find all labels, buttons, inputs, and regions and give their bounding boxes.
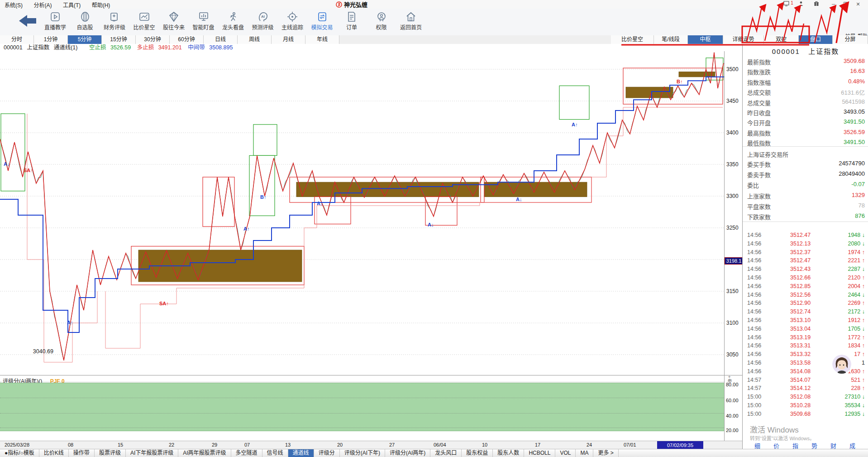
assistant-avatar[interactable] [832, 355, 851, 374]
toolbar-perm-button[interactable]: 权限 [367, 11, 396, 31]
pane-divider[interactable] [0, 375, 742, 375]
tab-period-6[interactable]: 日线 [204, 35, 238, 44]
indicator-tab-15[interactable]: HCBOLL [524, 449, 555, 457]
indicator-tab-12[interactable]: 龙头风口 [430, 449, 462, 457]
tick-trade-row: 14:563512.562464 ↓ [747, 292, 865, 300]
indicator-tab-5[interactable]: AI两年报股票评级 [178, 449, 231, 457]
indicator-gridline [0, 398, 724, 398]
tab-period-1[interactable]: 1分钟 [34, 35, 68, 44]
indicator-tab-16[interactable]: VOL [555, 449, 576, 457]
back-button[interactable] [18, 14, 37, 29]
message-icon[interactable] [782, 1, 790, 7]
monitor-icon [198, 11, 210, 22]
tab-view-4[interactable]: 双控 [764, 35, 799, 44]
indicator-tab-8[interactable]: 通道线 [288, 449, 314, 457]
menu-system[interactable]: 系统(S) [0, 0, 27, 10]
toolbar-live-button[interactable]: 直播教学 [41, 11, 70, 31]
menu-help[interactable]: 帮助(H) [87, 0, 115, 10]
tab-view-3[interactable]: 详细走势 [723, 35, 764, 44]
x-axis-date: 13 [285, 442, 291, 447]
indicator-tab-2[interactable]: 操作带 [69, 449, 95, 457]
indicator-tab-0[interactable]: ●指标/○模板 [0, 449, 39, 457]
toolbar-sim-button[interactable]: 模拟交易 [308, 11, 337, 31]
tab-view-2[interactable]: 中枢 [688, 35, 723, 44]
toolbar-ai-button[interactable]: AI预测评级 [248, 11, 277, 31]
panel-shortcut-0[interactable]: 细 [754, 441, 760, 450]
indicator-tab-17[interactable]: MA [576, 449, 593, 457]
toolbar-starsky-button[interactable]: 比价星空 [130, 11, 159, 31]
quote-value: 16.63 [850, 67, 865, 74]
toolbar-monitor-button[interactable]: 智能盯盘 [189, 11, 218, 31]
panel-shortcut-5[interactable]: 成 [849, 441, 855, 450]
indicator-axis-tick: 20.00 [726, 428, 739, 433]
toolbar-finance-button[interactable]: 财务评级 [100, 11, 129, 31]
menu-analysis[interactable]: 分析(A) [29, 0, 56, 10]
toolbar-gem-button[interactable]: 股往今来 [159, 11, 188, 31]
indicator-tab-bar: ●指标/○模板比价K线操作带股票评级AI下年报股票评级AI两年报股票评级多空隧道… [0, 449, 868, 457]
perm-icon [376, 11, 387, 22]
indicator-tab-4[interactable]: AI下年报股票评级 [126, 449, 178, 457]
toolbar-label: 财务评级 [100, 23, 129, 31]
quote-row: 上涨家数1329 [747, 192, 865, 201]
tab-period-9[interactable]: 年线 [305, 35, 339, 44]
quote-panel: 000001 上证指数 最新指数3509.68指数涨跌16.63指数涨幅0.48… [742, 44, 868, 449]
menu-tools[interactable]: 工具(T) [58, 0, 85, 10]
tab-view-6[interactable]: 分屏 [833, 35, 868, 44]
indicator-tab-11[interactable]: 评级分(AI两年) [385, 449, 430, 457]
main-toolbar: 直播教学自选股财务评级比价星空股往今来智能盯盘龙头看盘AI预测评级主线追踪模拟交… [0, 9, 868, 36]
tick-trade-row: 14:563512.852004 ↑ [747, 283, 865, 291]
tab-period-0[interactable]: 分时 [0, 35, 34, 44]
indicator-tab-14[interactable]: 股东人数 [493, 449, 524, 457]
toolbar-label: 比价星空 [130, 23, 159, 31]
x-axis-date: 15 [118, 442, 123, 447]
tab-period-2[interactable]: 5分钟 [68, 35, 102, 44]
toolbar-shell-button[interactable]: 自选股 [71, 11, 100, 31]
toolbar-home-button[interactable]: 返回首页 [396, 11, 425, 31]
tab-period-3[interactable]: 15分钟 [102, 35, 136, 44]
panel-shortcut-4[interactable]: 财 [830, 441, 836, 450]
svg-text:A↑: A↑ [243, 226, 249, 231]
indicator-tab-3[interactable]: 股票评级 [95, 449, 126, 457]
price-chart[interactable]: A↓SA↑A↑SA↑A↑B↑A↓A↓A↓A↑B↑3526.593040.69 [0, 51, 724, 375]
y-axis-tick: 3050 [726, 351, 739, 358]
toolbar-runner-button[interactable]: 龙头看盘 [219, 11, 248, 31]
indicator-tab-1[interactable]: 比价K线 [39, 449, 69, 457]
symbol-name: 上证指数 [27, 44, 49, 51]
toolbar-label: 直播教学 [41, 23, 70, 31]
indicator-tab-13[interactable]: 股东权益 [462, 449, 493, 457]
tab-view-0[interactable]: 比价星空 [611, 35, 654, 44]
panel-shortcut-2[interactable]: 指 [792, 441, 798, 450]
panel-shortcut-3[interactable]: 势 [811, 441, 817, 450]
starsky-icon [138, 11, 150, 22]
tab-period-4[interactable]: 30分钟 [136, 35, 170, 44]
gift-icon[interactable] [813, 1, 820, 7]
toolbar-order-button[interactable]: 订单 [337, 11, 366, 31]
tab-view-5[interactable]: 盘口 [799, 35, 833, 44]
indicator-tab-9[interactable]: 评级分 [314, 449, 340, 457]
trade-price: 3512.47 [790, 232, 811, 238]
tab-period-7[interactable]: 周线 [238, 35, 272, 44]
indicator-tab-18[interactable]: 更多 > [593, 449, 618, 457]
toolbar-target-button[interactable]: 主线追踪 [278, 11, 307, 31]
quote-row: 总成交量5641598 [747, 98, 865, 107]
indicator-param-control[interactable]: +参 [726, 375, 733, 384]
indicator-tab-6[interactable]: 多空隧道 [231, 449, 262, 457]
tab-view-1[interactable]: 笔/线段 [654, 35, 688, 44]
trade-volume: 2120 ↑ [848, 274, 865, 281]
ai-icon: AI [257, 11, 269, 22]
quote-label: 总成交额 [747, 89, 771, 96]
indicator-tab-10[interactable]: 评级分(AI下年) [340, 449, 385, 457]
close-button[interactable]: ✕ [854, 1, 862, 7]
user-icon[interactable] [797, 1, 805, 7]
restore-button[interactable]: ❐ [842, 1, 849, 7]
indicator-tab-7[interactable]: 信号线 [262, 449, 288, 457]
message-badge: 1 [790, 0, 794, 6]
panel-shortcut-1[interactable]: 价 [773, 441, 779, 450]
trade-volume: 521 ↑ [851, 377, 865, 383]
trade-time: 14:56 [747, 292, 761, 298]
toolbar-label: 智能盯盘 [189, 23, 218, 31]
tab-period-8[interactable]: 月线 [272, 35, 305, 44]
tab-period-5[interactable]: 60分钟 [170, 35, 204, 44]
minimize-button[interactable]: ─ [830, 1, 837, 7]
tick-trade-row: 15:003509.6812935 ↓ [747, 411, 865, 419]
